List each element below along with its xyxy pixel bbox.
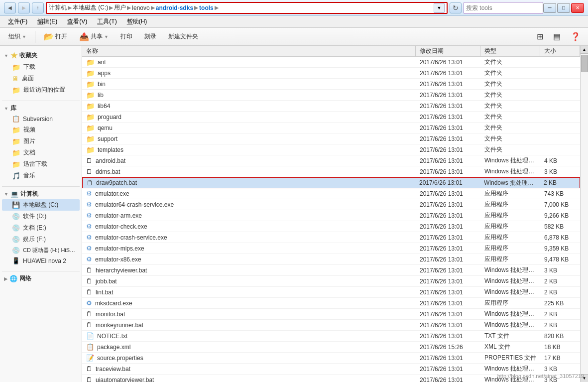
table-row[interactable]: 📁 lib64 2017/6/26 13:01 文件夹	[82, 101, 580, 112]
table-row[interactable]: 🗒 draw9patch.bat 2017/6/26 13:01 Windows…	[82, 177, 580, 188]
table-row[interactable]: 📁 proguard 2017/6/26 13:01 文件夹	[82, 112, 580, 123]
table-row[interactable]: ⚙ emulator64-crash-service.exe 2017/6/26…	[82, 199, 580, 210]
scroll-thumb[interactable]	[581, 55, 588, 72]
sidebar-item-recent[interactable]: 📁 最近访问的位置	[2, 84, 80, 96]
scroll-bar[interactable]: ▲ ▼	[580, 46, 588, 382]
refresh-button[interactable]: ↻	[450, 2, 462, 13]
back-button[interactable]: ◀	[4, 2, 16, 13]
file-name-cell: 📄 NOTICE.txt	[82, 331, 416, 341]
address-bar[interactable]: 计算机 ▶ 本地磁盘 (C:) ▶ 用户 ▶ lenovo ▶ android-…	[46, 2, 448, 14]
table-row[interactable]: 🗒 jobb.bat 2017/6/26 13:01 Windows 批处理… …	[82, 276, 580, 287]
search-bar[interactable]: 🔍	[464, 2, 543, 14]
sidebar-item-download[interactable]: 📁 下载	[2, 61, 80, 73]
sidebar-item-e-drive[interactable]: 💿 文档 (E:)	[2, 222, 80, 234]
table-row[interactable]: ⚙ emulator.exe 2017/6/26 13:01 应用程序 743 …	[82, 188, 580, 199]
scroll-up-button[interactable]: ▲	[581, 46, 588, 54]
maximize-button[interactable]: □	[557, 3, 570, 13]
table-row[interactable]: 📁 ant 2017/6/26 13:01 文件夹	[82, 57, 580, 68]
file-name-cell: 🗒 monkeyrunner.bat	[82, 320, 416, 330]
sidebar-item-c-drive[interactable]: 💾 本地磁盘 (C:)	[2, 199, 80, 211]
table-row[interactable]: 🗒 monitor.bat 2017/6/26 13:01 Windows 批处…	[82, 309, 580, 320]
menu-help[interactable]: 帮助(H)	[123, 16, 151, 27]
table-row[interactable]: 📁 qemu 2017/6/26 13:01 文件夹	[82, 123, 580, 133]
path-c-drive[interactable]: 本地磁盘 (C:)	[73, 3, 108, 12]
table-row[interactable]: 📁 support 2017/6/26 13:01 文件夹	[82, 133, 580, 144]
table-row[interactable]: ⚙ mksdcard.exe 2017/6/26 13:01 应用程序 225 …	[82, 298, 580, 309]
up-button[interactable]: ↑	[32, 2, 44, 13]
menu-file[interactable]: 文件(F)	[4, 16, 31, 27]
file-list-body[interactable]: 📁 ant 2017/6/26 13:01 文件夹 📁 apps 2017/6/…	[82, 57, 580, 382]
view-options-button[interactable]: ⊞	[533, 30, 547, 43]
table-row[interactable]: 📁 bin 2017/6/26 13:01 文件夹	[82, 79, 580, 90]
file-name-cell: 📁 proguard	[82, 112, 416, 122]
sidebar-computer-header[interactable]: ▼ 💻 计算机	[2, 189, 80, 199]
table-row[interactable]: ⚙ emulator-arm.exe 2017/6/26 13:01 应用程序 …	[82, 210, 580, 221]
col-header-name[interactable]: 名称	[82, 46, 416, 56]
folder-icon: 📁	[86, 146, 95, 154]
col-header-date[interactable]: 修改日期	[416, 46, 480, 56]
sidebar-library-header[interactable]: ▼ 库	[2, 103, 80, 114]
table-row[interactable]: 📁 lib 2017/6/26 13:01 文件夹	[82, 90, 580, 101]
search-input[interactable]	[466, 4, 541, 11]
close-button[interactable]: ✕	[571, 3, 584, 13]
scroll-track[interactable]	[581, 54, 588, 374]
sidebar-favorites-header[interactable]: ▼ ★ 收藏夹	[2, 50, 80, 61]
path-lenovo[interactable]: lenovo	[132, 4, 149, 11]
new-folder-button[interactable]: 新建文件夹	[164, 30, 203, 43]
sidebar-item-huawei[interactable]: 📱 HUAWEI nova 2	[2, 255, 80, 266]
table-row[interactable]: ⚙ emulator-check.exe 2017/6/26 13:01 应用程…	[82, 221, 580, 232]
file-size-cell	[540, 101, 580, 111]
forward-button[interactable]: ▶	[18, 2, 30, 13]
sidebar-item-music[interactable]: 🎵 音乐	[2, 170, 80, 181]
table-row[interactable]: 📁 apps 2017/6/26 13:01 文件夹	[82, 68, 580, 79]
file-name: jobb.bat	[96, 278, 117, 285]
path-computer[interactable]: 计算机	[49, 3, 67, 12]
organize-dropdown-icon: ▼	[22, 34, 26, 39]
table-row[interactable]: 🗒 monkeyrunner.bat 2017/6/26 13:01 Windo…	[82, 320, 580, 331]
path-tools[interactable]: tools	[199, 4, 214, 11]
col-header-size[interactable]: 大小	[540, 46, 580, 56]
table-row[interactable]: 📋 package.xml 2017/6/26 15:26 XML 文件 18 …	[82, 342, 580, 353]
share-button[interactable]: 📤 共享 ▼	[75, 30, 113, 43]
sidebar-item-video[interactable]: 📁 视频	[2, 124, 80, 135]
file-name-cell: 📁 bin	[82, 79, 416, 89]
col-header-type[interactable]: 类型	[480, 46, 540, 56]
burn-button[interactable]: 刻录	[140, 30, 161, 43]
view-pane-button[interactable]: ▤	[550, 30, 564, 43]
menu-edit[interactable]: 编辑(E)	[33, 16, 61, 27]
folder-icon: 📁	[86, 91, 95, 99]
path-users[interactable]: 用户	[114, 3, 126, 12]
sidebar-item-thunder[interactable]: 📁 迅雷下载	[2, 158, 80, 170]
sidebar-item-document[interactable]: 📁 文档	[2, 147, 80, 158]
sidebar-item-h-drive[interactable]: 💿 CD 驱动器 (H:) HiS…	[2, 245, 80, 255]
minimize-button[interactable]: ─	[543, 3, 556, 13]
open-button[interactable]: 📂 打开	[39, 30, 72, 43]
sidebar-item-d-drive[interactable]: 💿 软件 (D:)	[2, 211, 80, 222]
table-row[interactable]: 🗒 android.bat 2017/6/26 13:01 Windows 批处…	[82, 155, 580, 166]
menu-tools[interactable]: 工具(T)	[93, 16, 120, 27]
table-row[interactable]: ⚙ emulator-crash-service.exe 2017/6/26 1…	[82, 232, 580, 243]
print-button[interactable]: 打印	[116, 30, 137, 43]
sidebar-item-subversion[interactable]: 📋 Subversion	[2, 114, 80, 124]
file-size-cell: 743 KB	[540, 188, 580, 199]
address-dropdown-button[interactable]: ▼	[434, 3, 445, 13]
bat-icon: 🗒	[86, 277, 93, 285]
table-row[interactable]: 🗒 ddms.bat 2017/6/26 13:01 Windows 批处理… …	[82, 166, 580, 177]
path-android-sdks[interactable]: android-sdks	[156, 4, 193, 11]
help-button[interactable]: ❓	[567, 30, 584, 43]
menu-view[interactable]: 查看(V)	[63, 16, 91, 27]
sidebar-item-f-drive[interactable]: 💿 娱乐 (F:)	[2, 234, 80, 245]
table-row[interactable]: 🗒 lint.bat 2017/6/26 13:01 Windows 批处理… …	[82, 287, 580, 298]
table-row[interactable]: ⚙ emulator-x86.exe 2017/6/26 13:01 应用程序 …	[82, 254, 580, 265]
table-row[interactable]: 🗒 hierarchyviewer.bat 2017/6/26 13:01 Wi…	[82, 265, 580, 276]
organize-button[interactable]: 组织 ▼	[4, 30, 31, 43]
file-size-cell	[540, 123, 580, 133]
table-row[interactable]: 📝 source.properties 2017/6/26 13:01 PROP…	[82, 353, 580, 364]
table-row[interactable]: 📄 NOTICE.txt 2017/6/26 13:01 TXT 文件 820 …	[82, 331, 580, 342]
sidebar-item-desktop[interactable]: 🖥 桌面	[2, 73, 80, 84]
sidebar-network-header[interactable]: ▶ 🌐 网络	[2, 273, 80, 284]
table-row[interactable]: ⚙ emulator-mips.exe 2017/6/26 13:01 应用程序…	[82, 243, 580, 254]
network-expand-icon: ▶	[4, 276, 7, 281]
table-row[interactable]: 📁 templates 2017/6/26 13:01 文件夹	[82, 144, 580, 155]
sidebar-item-picture[interactable]: 📁 图片	[2, 135, 80, 147]
